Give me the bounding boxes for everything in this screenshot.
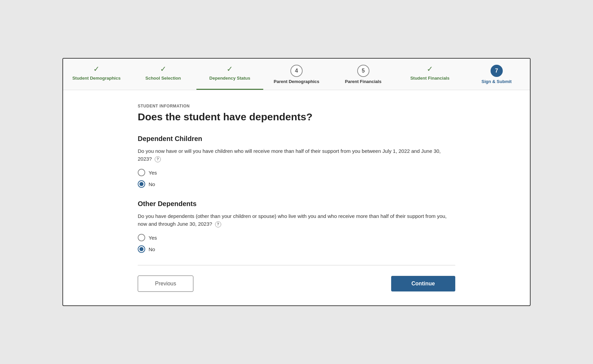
step-label-sign-submit: Sign & Submit	[481, 79, 512, 84]
button-row: Previous Continue	[138, 276, 455, 292]
radio-inner-dc-no	[139, 182, 144, 186]
radio-label-dc-no: No	[149, 181, 155, 187]
step-circle-4: 4	[290, 65, 303, 77]
divider	[138, 265, 455, 265]
radio-inner-od-no	[139, 247, 144, 251]
dependent-children-section: Dependent Children Do you now have or wi…	[138, 135, 455, 188]
step-student-financials[interactable]: ✓ Student Financials	[397, 59, 463, 90]
continue-button[interactable]: Continue	[391, 276, 455, 291]
other-dependents-radio-group: Yes No	[138, 234, 455, 253]
checkmark-icon-6: ✓	[427, 65, 433, 74]
other-dependents-section: Other Dependents Do you have dependents …	[138, 200, 455, 253]
step-sign-submit[interactable]: 7 Sign & Submit	[463, 59, 530, 90]
other-dependents-no[interactable]: No	[138, 245, 455, 253]
page-container: ✓ Student Demographics ✓ School Selectio…	[62, 58, 531, 306]
dependent-children-heading: Dependent Children	[138, 135, 455, 143]
radio-outer-od-no	[138, 245, 145, 253]
radio-outer-od-yes	[138, 234, 145, 241]
stepper: ✓ Student Demographics ✓ School Selectio…	[63, 59, 530, 90]
step-label-dependency-status: Dependency Status	[209, 76, 250, 81]
help-icon-1[interactable]: ?	[155, 156, 161, 162]
step-label-school-selection: School Selection	[145, 76, 181, 81]
radio-outer-dc-yes	[138, 169, 145, 176]
dependent-children-question: Do you now have or will you have childre…	[138, 147, 455, 163]
radio-label-od-yes: Yes	[149, 235, 157, 241]
radio-label-dc-yes: Yes	[149, 170, 157, 176]
step-label-parent-demographics: Parent Demographics	[274, 79, 319, 84]
step-dependency-status[interactable]: ✓ Dependency Status	[196, 59, 263, 90]
section-label: STUDENT INFORMATION	[138, 104, 455, 108]
page-title: Does the student have dependents?	[138, 111, 455, 123]
other-dependents-heading: Other Dependents	[138, 200, 455, 208]
step-circle-5: 5	[357, 65, 369, 77]
step-student-demographics[interactable]: ✓ Student Demographics	[63, 59, 130, 90]
dependent-children-yes[interactable]: Yes	[138, 169, 455, 176]
step-circle-7: 7	[491, 65, 503, 77]
main-content: STUDENT INFORMATION Does the student hav…	[63, 90, 530, 305]
dependent-children-radio-group: Yes No	[138, 169, 455, 188]
step-parent-demographics[interactable]: 4 Parent Demographics	[263, 59, 330, 90]
step-label-student-demographics: Student Demographics	[72, 76, 120, 81]
step-label-parent-financials: Parent Financials	[345, 79, 382, 84]
step-school-selection[interactable]: ✓ School Selection	[130, 59, 197, 90]
checkmark-icon-3: ✓	[227, 65, 233, 74]
radio-label-od-no: No	[149, 246, 155, 252]
help-icon-2[interactable]: ?	[215, 221, 221, 227]
step-parent-financials[interactable]: 5 Parent Financials	[330, 59, 397, 90]
radio-outer-dc-no	[138, 180, 145, 188]
checkmark-icon: ✓	[93, 65, 99, 74]
checkmark-icon-2: ✓	[160, 65, 166, 74]
step-label-student-financials: Student Financials	[410, 76, 449, 81]
dependent-children-no[interactable]: No	[138, 180, 455, 188]
previous-button[interactable]: Previous	[138, 276, 193, 292]
other-dependents-question: Do you have dependents (other than your …	[138, 213, 455, 228]
other-dependents-yes[interactable]: Yes	[138, 234, 455, 241]
